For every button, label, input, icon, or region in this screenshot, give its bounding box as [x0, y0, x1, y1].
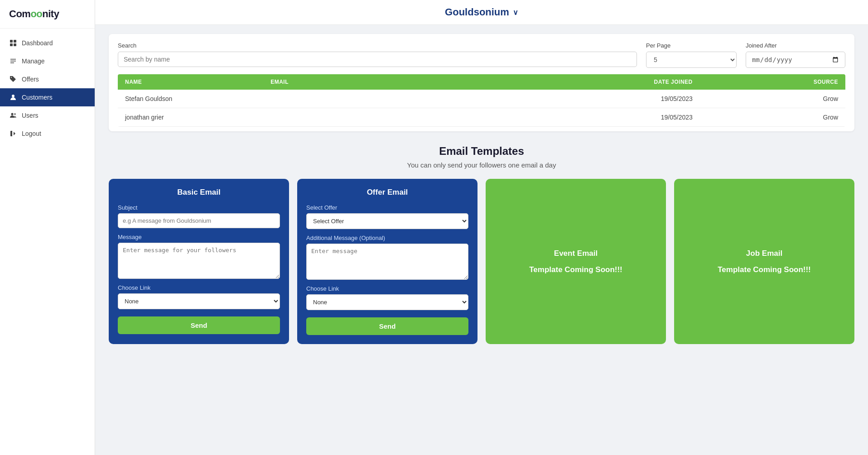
coming-soon-event-email: Template Coming Soon!!!: [529, 265, 622, 274]
form-input-basic-email-0[interactable]: [118, 213, 280, 228]
table-body: Stefan Gouldson19/05/2023Growjonathan gr…: [118, 90, 845, 127]
cell-source: Grow: [700, 108, 845, 127]
form-label-basic-email-1: Message: [118, 234, 280, 240]
search-panel: Search Per Page 5 10 25 50 Joined After: [109, 34, 854, 131]
send-button-basic-email[interactable]: Send: [118, 316, 280, 334]
card-title-basic-email: Basic Email: [118, 188, 280, 197]
perpage-label: Per Page: [646, 42, 737, 49]
coming-soon-job-email: Template Coming Soon!!!: [718, 265, 811, 274]
col-header-source: SOURCE: [700, 74, 845, 90]
perpage-select[interactable]: 5 10 25 50: [646, 52, 737, 68]
email-templates-section: Email Templates You can only send your f…: [109, 140, 854, 353]
joined-label: Joined After: [746, 42, 845, 49]
cell-name: Stefan Gouldson: [118, 90, 263, 108]
sidebar-item-label-offers: Offers: [22, 76, 39, 83]
col-header-email: EMAIL: [263, 74, 554, 90]
sidebar-item-label-manage: Manage: [22, 57, 45, 65]
search-filters: Search Per Page 5 10 25 50 Joined After: [118, 42, 845, 68]
form-group-offer-email-2: Choose LinkNone: [306, 285, 468, 310]
search-label: Search: [118, 42, 637, 49]
sidebar-item-label-logout: Logout: [22, 130, 41, 137]
form-label-offer-email-2: Choose Link: [306, 285, 468, 292]
nav-menu: DashboardManageOffersCustomersUsersLogou…: [0, 29, 95, 455]
table: NAME EMAIL DATE JOINED SOURCE Stefan Gou…: [118, 74, 845, 127]
template-card-offer-email: Offer EmailSelect OfferSelect OfferAddit…: [297, 179, 477, 344]
table-row: jonathan grier19/05/2023Grow: [118, 108, 845, 127]
sidebar: Comoonity DashboardManageOffersCustomers…: [0, 0, 95, 455]
sidebar-item-label-users: Users: [22, 112, 39, 119]
sidebar-item-label-dashboard: Dashboard: [22, 39, 53, 47]
card-title-event-email: Event Email: [554, 249, 598, 258]
section-title: Email Templates: [109, 145, 854, 158]
users-icon: [9, 111, 17, 120]
svg-point-6: [14, 113, 16, 115]
sidebar-item-label-customers: Customers: [22, 94, 53, 101]
cell-name: jonathan grier: [118, 108, 263, 127]
svg-rect-1: [14, 40, 16, 43]
form-select-offer-email-2[interactable]: None: [306, 294, 468, 310]
sidebar-item-offers[interactable]: Offers: [0, 70, 95, 88]
page-content: Search Per Page 5 10 25 50 Joined After: [95, 25, 868, 362]
section-subtitle: You can only send your followers one ema…: [109, 161, 854, 169]
form-group-basic-email-0: Subject: [118, 204, 280, 228]
form-group-basic-email-1: Message: [118, 234, 280, 279]
svg-rect-3: [14, 43, 16, 46]
form-group-offer-email-0: Select OfferSelect Offer: [306, 204, 468, 229]
workspace-chevron-icon[interactable]: ∨: [513, 8, 518, 17]
svg-point-5: [11, 113, 14, 115]
card-title-offer-email: Offer Email: [306, 188, 468, 197]
svg-rect-0: [10, 40, 13, 43]
form-group-basic-email-2: Choose LinkNone: [118, 284, 280, 309]
svg-point-4: [12, 95, 14, 97]
form-textarea-basic-email-1[interactable]: [118, 243, 280, 279]
topbar-title: Gouldsonium ∨: [445, 6, 518, 18]
sidebar-item-logout[interactable]: Logout: [0, 125, 95, 143]
form-group-offer-email-1: Additional Message (Optional): [306, 235, 468, 280]
table-header: NAME EMAIL DATE JOINED SOURCE: [118, 74, 845, 90]
joined-date-input[interactable]: [746, 52, 845, 68]
form-label-basic-email-0: Subject: [118, 204, 280, 211]
workspace-name: Gouldsonium: [445, 6, 509, 18]
search-group: Search: [118, 42, 637, 68]
sidebar-item-customers[interactable]: Customers: [0, 88, 95, 106]
cell-date_joined: 19/05/2023: [555, 90, 700, 108]
form-label-basic-email-2: Choose Link: [118, 284, 280, 291]
form-textarea-offer-email-1[interactable]: [306, 244, 468, 280]
col-header-date: DATE JOINED: [555, 74, 700, 90]
sidebar-item-users[interactable]: Users: [0, 106, 95, 125]
customers-table: NAME EMAIL DATE JOINED SOURCE Stefan Gou…: [118, 74, 845, 127]
perpage-group: Per Page 5 10 25 50: [646, 42, 737, 68]
search-input[interactable]: [118, 52, 637, 67]
manage-icon: [9, 57, 17, 65]
cell-email: [263, 90, 554, 108]
svg-rect-2: [10, 43, 13, 46]
logo-text: Comoonity: [9, 8, 59, 19]
joined-group: Joined After: [746, 42, 845, 68]
cell-date_joined: 19/05/2023: [555, 108, 700, 127]
col-header-name: NAME: [118, 74, 263, 90]
topbar: Gouldsonium ∨: [95, 0, 868, 25]
form-select-offer-email-0[interactable]: Select Offer: [306, 213, 468, 229]
template-card-basic-email: Basic EmailSubjectMessageChoose LinkNone…: [109, 179, 289, 344]
cell-source: Grow: [700, 90, 845, 108]
cell-email: [263, 108, 554, 127]
form-label-offer-email-1: Additional Message (Optional): [306, 235, 468, 241]
sidebar-item-dashboard[interactable]: Dashboard: [0, 34, 95, 52]
sidebar-item-manage[interactable]: Manage: [0, 52, 95, 70]
offers-icon: [9, 75, 17, 83]
table-row: Stefan Gouldson19/05/2023Grow: [118, 90, 845, 108]
template-card-event-email: Event EmailTemplate Coming Soon!!!: [486, 179, 666, 344]
form-select-basic-email-2[interactable]: None: [118, 293, 280, 309]
customers-icon: [9, 93, 17, 101]
send-button-offer-email[interactable]: Send: [306, 317, 468, 335]
logo-oo: oo: [30, 8, 42, 19]
template-card-job-email: Job EmailTemplate Coming Soon!!!: [674, 179, 854, 344]
card-title-job-email: Job Email: [746, 249, 782, 258]
logo: Comoonity: [0, 0, 95, 29]
templates-grid: Basic EmailSubjectMessageChoose LinkNone…: [109, 179, 854, 344]
dashboard-icon: [9, 39, 17, 47]
form-label-offer-email-0: Select Offer: [306, 204, 468, 211]
logout-icon: [9, 129, 17, 138]
main-content: Gouldsonium ∨ Search Per Page 5 10 25 50: [95, 0, 868, 455]
